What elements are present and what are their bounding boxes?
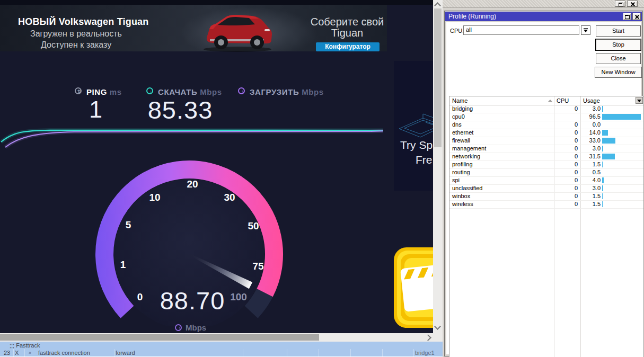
profile-row-bridging[interactable]: bridging03.0 (449, 105, 643, 113)
rule-disabled-flag: X (15, 349, 19, 356)
cell-cpu: 0 (554, 145, 578, 153)
cell-cpu: 0 (554, 129, 578, 137)
banner-subtitle-2: Доступен к заказу (41, 40, 111, 50)
cell-cpu: 0 (554, 200, 578, 208)
ping-icon: ⇅ (75, 87, 82, 94)
upload-icon: ↑ (238, 87, 245, 94)
profile-row-winbox[interactable]: winbox01.5 (449, 192, 643, 201)
profile-row-spi[interactable]: spi04.0 (449, 176, 643, 185)
profile-row-dns[interactable]: dns00.0 (449, 121, 643, 129)
firewall-rule-list: ;;; Fasttrack 23 X » fasttrack connectio… (0, 342, 443, 357)
profile-row-cpu0[interactable]: cpu096.5 (449, 113, 643, 121)
cell-usage: 3.0 (577, 184, 601, 192)
cell-cpu: 0 (554, 105, 578, 113)
download-icon: ↓ (146, 87, 153, 94)
gauge-label-10: 10 (149, 192, 160, 203)
profile-row-firewall[interactable]: firewall033.0 (449, 137, 643, 145)
close-button[interactable]: Close (596, 53, 641, 64)
profile-row-unclassified[interactable]: unclassified03.0 (449, 184, 643, 193)
gauge-label-5: 5 (126, 219, 131, 231)
usage-bar (602, 177, 604, 183)
usage-bar (602, 130, 608, 136)
profile-row-networking[interactable]: networking031.5 (449, 153, 643, 161)
fasttrack-icon: » (29, 351, 35, 355)
usage-bar (602, 106, 603, 112)
usage-bar (602, 193, 603, 199)
profile-row-profiling[interactable]: profiling01.5 (449, 160, 643, 169)
profile-row-routing[interactable]: routing00.5 (449, 168, 643, 177)
gauge-label-50: 50 (248, 220, 259, 232)
window-restore-button[interactable] (623, 13, 631, 20)
ping-label: PING ms (86, 87, 122, 96)
cell-cpu: 0 (554, 184, 578, 192)
cell-usage: 96.5 (577, 113, 601, 121)
usage-bar (602, 114, 641, 120)
winbox-panel: Profile (Running) CPU: all Start Stop Cl… (443, 0, 644, 357)
usage-bar (602, 201, 603, 207)
start-button[interactable]: Start (596, 25, 641, 37)
page-top-strip (0, 0, 435, 5)
mdi-restore-button[interactable] (615, 1, 625, 7)
profile-row-ethernet[interactable]: ethernet014.0 (449, 129, 643, 137)
upload-small-icon: ↑ (175, 324, 182, 331)
cell-usage: 3.0 (577, 145, 601, 153)
banner-subtitle-1: Загружен в реальность (30, 29, 122, 39)
browser-window: НОВЫЙ Volkswagen Tiguan Загружен в реаль… (0, 0, 443, 357)
mdi-title-strip (443, 0, 644, 8)
cell-usage: 3.0 (577, 105, 601, 113)
gauge-label-1: 1 (120, 259, 126, 271)
speed-graph (0, 119, 387, 150)
cpu-dropdown-button[interactable] (581, 25, 590, 35)
column-cpu: CPU (557, 96, 569, 105)
video-sticker[interactable] (394, 247, 435, 328)
profile-table-body[interactable]: bridging03.0cpu096.5dns00.0ethernet014.0… (449, 105, 643, 357)
usage-bar (602, 185, 603, 191)
cell-usage: 0.0 (577, 121, 601, 129)
profile-table: Name CPU Usage bridging03.0cpu096.5dns00… (449, 96, 644, 357)
cell-name: bridging (452, 105, 473, 113)
cell-name: routing (452, 168, 470, 176)
cell-usage: 0.5 (577, 168, 601, 176)
cell-name: spi (452, 176, 460, 184)
upload-label: ЗАГРУЗИТЬ Mbps (250, 87, 324, 96)
configurator-button[interactable]: Конфигуратор (316, 42, 380, 51)
window-close-button[interactable] (632, 13, 641, 20)
usage-bar (602, 154, 615, 159)
profile-row-management[interactable]: management03.0 (449, 145, 643, 153)
gauge-label-30: 30 (224, 192, 235, 203)
cell-usage: 4.0 (577, 176, 601, 184)
cpu-combobox[interactable]: all (463, 25, 579, 35)
gauge-value: 88.70 (139, 286, 245, 315)
cell-cpu: 0 (554, 137, 578, 145)
cell-name: dns (452, 121, 462, 129)
gauge-unit: ↑ Mbps (175, 323, 206, 333)
mdi-close-button[interactable] (627, 1, 638, 7)
usage-bar (602, 138, 615, 144)
cell-cpu: 0 (554, 153, 578, 160)
profile-row-wireless[interactable]: wireless01.5 (449, 200, 643, 209)
car-image (197, 9, 278, 53)
cell-name: firewall (452, 137, 470, 145)
profile-table-header[interactable]: Name CPU Usage (449, 96, 643, 105)
stop-button[interactable]: Stop (596, 39, 641, 50)
cpu-field-label: CPU: (450, 28, 464, 34)
rule-chain: forward (116, 349, 135, 356)
screen: НОВЫЙ Volkswagen Tiguan Загружен в реаль… (0, 0, 644, 357)
column-usage: Usage (583, 96, 600, 105)
rule-out-interface: bridge1 (415, 349, 435, 356)
horizontal-scrollbar-thumb[interactable] (0, 334, 319, 341)
cell-usage: 31.5 (577, 153, 601, 160)
sort-ascending-icon (548, 100, 552, 102)
profile-window-client: CPU: all Start Stop Close New Window Nam… (446, 22, 641, 354)
column-selector-button[interactable] (636, 97, 643, 104)
cell-name: winbox (452, 192, 470, 200)
profile-window-titlebar[interactable]: Profile (Running) (445, 12, 642, 21)
ad-banner[interactable]: НОВЫЙ Volkswagen Tiguan Загружен в реаль… (0, 5, 387, 51)
firewall-rule-row[interactable]: 23 X » fasttrack connection forward brid… (0, 349, 443, 356)
promo-text-line1: Try Sp (400, 139, 433, 151)
promo-wireframe-graphic (394, 109, 435, 140)
clapperboard-icon (400, 262, 435, 312)
firewall-comment-row[interactable]: ;;; Fasttrack (0, 342, 443, 349)
vertical-scrollbar-thumb[interactable] (434, 8, 442, 147)
new-window-button[interactable]: New Window (595, 67, 642, 78)
